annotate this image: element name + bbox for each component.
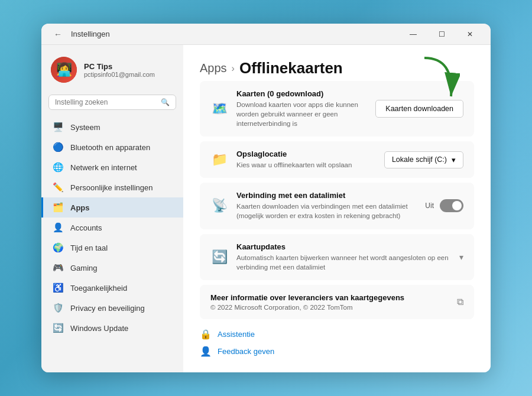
settings-window: ← Instellingen — ☐ ✕ 👩‍💻 PC Tips pctipsi… xyxy=(41,24,491,372)
sidebar-item-bluetooth[interactable]: 🔵 Bluetooth en apparaten xyxy=(41,137,183,157)
nav-label-gaming: Gaming xyxy=(70,264,98,272)
card-title-verbinding: Verbinding met een datalimiet xyxy=(236,191,417,200)
card-kaarten: 🗺️ Kaarten (0 gedownload) Download kaart… xyxy=(200,81,474,137)
dropdown-label-opslag: Lokale schijf (C:) xyxy=(392,155,447,164)
info-card-title: Meer informatie over leveranciers van ka… xyxy=(210,293,404,302)
nav-label-accounts: Accounts xyxy=(70,223,102,232)
sidebar-item-apps[interactable]: 🗂️ Apps xyxy=(41,197,183,218)
dropdown-opslag[interactable]: Lokale schijf (C:) ▾ xyxy=(384,151,463,168)
nav-label-tijd: Tijd en taal xyxy=(70,244,108,252)
feedback-icon: 👤 xyxy=(200,346,212,357)
nav-icon-apps: 🗂️ xyxy=(53,202,63,213)
nav-label-bluetooth: Bluetooth en apparaten xyxy=(70,143,150,152)
user-section: 👩‍💻 PC Tips pctipsinfo01@gmail.com xyxy=(41,52,183,92)
window-controls: — ☐ ✕ xyxy=(400,24,484,45)
card-action-kaarten: Kaarten downloaden xyxy=(375,100,463,118)
nav-icon-bluetooth: 🔵 xyxy=(53,142,63,152)
nav-label-privacy: Privacy en beveiliging xyxy=(70,304,145,313)
nav-label-persoonlijk: Persoonlijke instellingen xyxy=(70,183,153,192)
nav-icon-persoonlijk: ✏️ xyxy=(53,182,63,193)
card-content-verbinding: Verbinding met een datalimiet Kaarten do… xyxy=(236,191,417,220)
assistentie-label: Assistentie xyxy=(218,330,255,339)
nav-icon-systeem: 🖥️ xyxy=(53,122,63,132)
external-link-icon[interactable]: ⧉ xyxy=(457,297,463,307)
avatar: 👩‍💻 xyxy=(51,57,77,83)
card-opslag: 📁 Opslaglocatie Kies waar u offlinekaart… xyxy=(200,141,474,178)
breadcrumb-current: Offlinekaarten xyxy=(239,59,343,77)
card-icon-opslag: 📁 xyxy=(210,152,228,167)
nav-icon-gaming: 🎮 xyxy=(53,262,63,273)
card-action-verbinding: Uit xyxy=(425,199,463,212)
user-info: PC Tips pctipsinfo01@gmail.com xyxy=(84,62,155,78)
nav-icon-netwerk: 🌐 xyxy=(53,162,63,173)
card-desc-kaarten: Download kaarten voor apps die kunnen wo… xyxy=(236,100,367,128)
back-button[interactable]: ← xyxy=(51,27,65,41)
window-title: Instellingen xyxy=(71,30,110,38)
nav-label-netwerk: Netwerk en internet xyxy=(70,163,137,172)
nav-label-apps: Apps xyxy=(70,203,90,212)
titlebar-left: ← Instellingen xyxy=(51,27,110,41)
card-icon-kaarten: 🗺️ xyxy=(210,101,228,116)
nav-label-update: Windows Update xyxy=(70,324,128,333)
assistentie-link[interactable]: 🔒 Assistentie xyxy=(200,329,474,340)
cards-container: 🗺️ Kaarten (0 gedownload) Download kaart… xyxy=(200,81,474,280)
card-desc-updates: Automatisch kaarten bijwerken wanneer he… xyxy=(236,253,451,272)
sidebar-item-privacy[interactable]: 🛡️ Privacy en beveiliging xyxy=(41,298,183,318)
breadcrumb-parent[interactable]: Apps xyxy=(200,61,227,75)
sidebar-item-tijd[interactable]: 🌍 Tijd en taal xyxy=(41,238,183,258)
footer-links: 🔒 Assistentie 👤 Feedback geven xyxy=(200,329,474,357)
sidebar: 👩‍💻 PC Tips pctipsinfo01@gmail.com 🔍 🖥️ … xyxy=(41,45,183,372)
toggle-label-verbinding: Uit xyxy=(425,202,434,210)
search-box[interactable]: 🔍 xyxy=(48,95,176,110)
card-desc-verbinding: Kaarten downloaden via verbindingen met … xyxy=(236,202,417,220)
user-email: pctipsinfo01@gmail.com xyxy=(84,71,155,78)
minimize-button[interactable]: — xyxy=(400,24,427,45)
card-action-updates: ▾ xyxy=(459,252,463,262)
expand-updates[interactable]: ▾ xyxy=(459,252,463,262)
nav-icon-update: 🔄 xyxy=(53,323,63,333)
card-title-opslag: Opslaglocatie xyxy=(236,150,376,158)
nav-icon-privacy: 🛡️ xyxy=(53,303,63,313)
search-input[interactable] xyxy=(55,98,156,106)
sidebar-item-accounts[interactable]: 👤 Accounts xyxy=(41,218,183,238)
info-card-text: Meer informatie over leveranciers van ka… xyxy=(210,293,404,311)
card-icon-updates: 🔄 xyxy=(210,249,228,265)
nav-icon-toegankelijkheid: ♿ xyxy=(53,283,63,293)
info-card-subtitle: © 2022 Microsoft Corporation, © 2022 Tom… xyxy=(210,304,404,311)
card-content-updates: Kaartupdates Automatisch kaarten bijwerk… xyxy=(236,242,451,272)
toggle-verbinding[interactable] xyxy=(440,199,463,212)
window-body: 👩‍💻 PC Tips pctipsinfo01@gmail.com 🔍 🖥️ … xyxy=(41,45,491,372)
titlebar: ← Instellingen — ☐ ✕ xyxy=(41,24,491,45)
main-content: Apps › Offlinekaarten 🗺️ Kaarten (0 gedo… xyxy=(183,45,491,372)
nav-list: 🖥️ Systeem 🔵 Bluetooth en apparaten 🌐 Ne… xyxy=(41,117,183,338)
sidebar-item-update[interactable]: 🔄 Windows Update xyxy=(41,318,183,338)
sidebar-item-toegankelijkheid[interactable]: ♿ Toegankelijkheid xyxy=(41,278,183,298)
card-action-opslag: Lokale schijf (C:) ▾ xyxy=(384,151,463,168)
breadcrumb-separator: › xyxy=(232,63,235,74)
card-verbinding: 📡 Verbinding met een datalimiet Kaarten … xyxy=(200,183,474,229)
card-desc-opslag: Kies waar u offlinekaarten wilt opslaan xyxy=(236,160,376,170)
card-updates: 🔄 Kaartupdates Automatisch kaarten bijwe… xyxy=(200,234,474,280)
toggle-row-verbinding: Uit xyxy=(425,199,463,212)
maximize-button[interactable]: ☐ xyxy=(428,24,455,45)
nav-label-systeem: Systeem xyxy=(70,123,100,132)
search-icon: 🔍 xyxy=(161,98,170,106)
nav-icon-tijd: 🌍 xyxy=(53,242,63,253)
user-name: PC Tips xyxy=(84,62,155,71)
download-button-kaarten[interactable]: Kaarten downloaden xyxy=(375,100,463,118)
card-title-kaarten: Kaarten (0 gedownload) xyxy=(236,89,367,98)
sidebar-item-systeem[interactable]: 🖥️ Systeem xyxy=(41,117,183,137)
card-content-kaarten: Kaarten (0 gedownload) Download kaarten … xyxy=(236,89,367,128)
nav-label-toegankelijkheid: Toegankelijkheid xyxy=(70,284,127,293)
card-title-updates: Kaartupdates xyxy=(236,242,451,251)
sidebar-item-persoonlijk[interactable]: ✏️ Persoonlijke instellingen xyxy=(41,177,183,197)
info-card: Meer informatie over leveranciers van ka… xyxy=(200,285,474,319)
avatar-image: 👩‍💻 xyxy=(51,57,77,83)
feedback-link[interactable]: 👤 Feedback geven xyxy=(200,346,474,357)
nav-icon-accounts: 👤 xyxy=(53,222,63,233)
sidebar-item-gaming[interactable]: 🎮 Gaming xyxy=(41,258,183,278)
close-button[interactable]: ✕ xyxy=(456,24,484,45)
sidebar-item-netwerk[interactable]: 🌐 Netwerk en internet xyxy=(41,157,183,177)
card-content-opslag: Opslaglocatie Kies waar u offlinekaarten… xyxy=(236,150,376,170)
feedback-label: Feedback geven xyxy=(218,347,274,356)
